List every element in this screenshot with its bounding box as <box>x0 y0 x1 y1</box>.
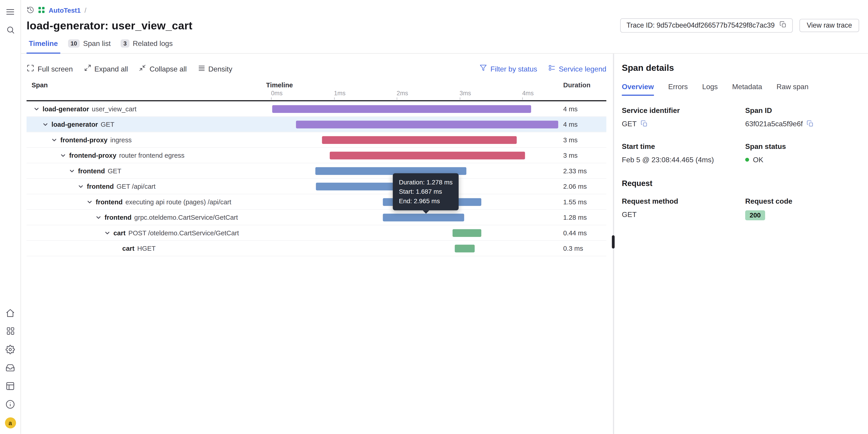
panel-divider <box>613 54 614 434</box>
span-duration-value: 1.55 ms <box>559 198 606 206</box>
field-request-code: Request code 200 <box>745 197 859 221</box>
header-actions: Trace ID: 9d57cbee04df266577b75429f8c7ac… <box>620 18 859 33</box>
span-duration-value: 3 ms <box>559 151 606 159</box>
home-icon[interactable] <box>5 308 15 318</box>
field-service-identifier: Service identifier GET <box>622 106 745 128</box>
info-icon[interactable] <box>5 399 15 409</box>
content-area: Full screen Expand all Collapse all Dens… <box>21 54 868 434</box>
chevron-down-icon[interactable] <box>42 121 49 127</box>
status-code-badge: 200 <box>745 210 765 221</box>
panel-resize-handle[interactable] <box>612 235 615 249</box>
tab-span-list[interactable]: 10 Span list <box>66 39 113 53</box>
apps-icon[interactable] <box>5 326 15 336</box>
history-icon[interactable] <box>27 6 34 16</box>
tab-errors[interactable]: Errors <box>668 82 688 96</box>
span-duration-bar[interactable] <box>330 152 525 159</box>
table-header: Span Timeline 0ms1ms2ms3ms4ms Duration <box>27 80 606 102</box>
view-raw-trace-button[interactable]: View raw trace <box>800 19 859 32</box>
service-legend-button[interactable]: Service legend <box>548 64 606 73</box>
collapse-all-button[interactable]: Collapse all <box>139 64 187 73</box>
tooltip-start: Start: 1.687 ms <box>399 187 453 197</box>
field-request-method: Request method GET <box>622 197 745 221</box>
span-service-name: frontend <box>78 167 105 175</box>
inbox-icon[interactable] <box>5 363 15 372</box>
expand-icon <box>84 64 91 73</box>
span-duration-bar[interactable] <box>455 244 475 252</box>
span-row[interactable]: frontendGET2.33 ms <box>27 163 606 179</box>
request-code-label: Request code <box>745 197 859 205</box>
span-count-badge: 10 <box>68 39 80 48</box>
field-start-time: Start time Feb 5 @ 23:08:44.465 (4ms) <box>622 142 745 164</box>
span-id-value: 63f021a5ca5f9e6f <box>745 119 803 128</box>
span-tooltip: Duration: 1.278 ms Start: 1.687 ms End: … <box>393 173 459 210</box>
chevron-down-icon[interactable] <box>86 198 93 205</box>
span-row[interactable]: load-generatorGET4 ms <box>27 117 606 132</box>
span-row[interactable]: frontend-proxyrouter frontend egress3 ms <box>27 148 606 163</box>
search-icon[interactable] <box>5 25 15 35</box>
copy-icon[interactable] <box>807 120 814 127</box>
collapse-icon <box>139 64 146 73</box>
tab-timeline[interactable]: Timeline <box>27 39 60 53</box>
settings-icon[interactable] <box>5 344 15 354</box>
details-title: Span details <box>622 63 859 73</box>
chevron-down-icon[interactable] <box>104 229 111 236</box>
span-duration-bar[interactable] <box>272 105 531 113</box>
copy-icon[interactable] <box>780 21 787 30</box>
tab-overview[interactable]: Overview <box>622 82 654 96</box>
span-service-name: cart <box>122 244 134 252</box>
menu-icon[interactable] <box>5 6 15 17</box>
start-time-value: Feb 5 @ 23:08:44.465 (4ms) <box>622 155 745 164</box>
breadcrumb-separator: / <box>85 6 86 14</box>
trace-id-chip[interactable]: Trace ID: 9d57cbee04df266577b75429f8c7ac… <box>620 18 793 33</box>
chevron-down-icon[interactable] <box>78 183 84 190</box>
page-title: load-generator: user_view_cart <box>27 19 192 32</box>
fullscreen-icon <box>27 64 34 74</box>
tab-related-logs[interactable]: 3 Related logs <box>119 39 175 53</box>
span-operation-name: POST /oteldemo.CartService/GetCart <box>128 229 239 237</box>
layout-icon[interactable] <box>5 381 15 391</box>
logs-count-badge: 3 <box>121 39 129 48</box>
expand-all-label: Expand all <box>94 64 128 73</box>
page-header: AutoTest1 / load-generator: user_view_ca… <box>21 0 868 54</box>
span-row[interactable]: cartPOST /oteldemo.CartService/GetCart0.… <box>27 225 606 241</box>
span-duration-bar[interactable] <box>296 121 558 128</box>
trace-id-text: Trace ID: 9d57cbee04df266577b75429f8c7ac… <box>626 22 775 29</box>
span-duration-bar[interactable] <box>383 213 464 221</box>
chevron-down-icon[interactable] <box>51 137 57 143</box>
density-button[interactable]: Density <box>198 64 232 73</box>
service-identifier-label: Service identifier <box>622 106 745 115</box>
tab-logs[interactable]: Logs <box>702 82 718 96</box>
copy-icon[interactable] <box>641 120 648 127</box>
request-method-label: Request method <box>622 197 745 205</box>
span-row[interactable]: load-generatoruser_view_cart4 ms <box>27 102 606 117</box>
span-duration-value: 1.28 ms <box>559 213 606 221</box>
span-row[interactable]: cartHGET0.3 ms <box>27 241 606 256</box>
span-row[interactable]: frontendGET /api/cart2.06 ms <box>27 179 606 194</box>
chevron-down-icon[interactable] <box>33 106 40 112</box>
span-operation-name: router frontend egress <box>119 151 185 159</box>
span-row[interactable]: frontendexecuting api route (pages) /api… <box>27 194 606 210</box>
span-duration-bar[interactable] <box>453 229 481 237</box>
avatar[interactable]: a <box>5 417 16 428</box>
breadcrumb-app-link[interactable]: AutoTest1 <box>49 6 81 14</box>
tab-raw-span[interactable]: Raw span <box>777 82 808 96</box>
span-row[interactable]: frontendgrpc.oteldemo.CartService/GetCar… <box>27 210 606 225</box>
span-operation-name: user_view_cart <box>92 105 136 113</box>
span-row[interactable]: frontend-proxyingress3 ms <box>27 133 606 148</box>
tab-metadata[interactable]: Metadata <box>732 82 762 96</box>
span-duration-value: 2.06 ms <box>559 182 606 190</box>
chevron-down-icon[interactable] <box>68 168 75 174</box>
span-id-label: Span ID <box>745 106 859 115</box>
span-duration-value: 0.44 ms <box>559 229 606 237</box>
chevron-down-icon[interactable] <box>95 214 102 221</box>
collapse-all-label: Collapse all <box>150 64 187 73</box>
full-screen-button[interactable]: Full screen <box>27 64 72 74</box>
filter-by-status-button[interactable]: Filter by status <box>480 64 537 73</box>
chevron-down-icon[interactable] <box>60 152 66 158</box>
expand-all-button[interactable]: Expand all <box>84 64 128 73</box>
trace-waterfall: Span Timeline 0ms1ms2ms3ms4ms Duration D… <box>27 80 606 256</box>
span-duration-bar[interactable] <box>322 136 517 144</box>
left-nav-rail: a <box>0 0 21 434</box>
field-span-status: Span status OK <box>745 142 859 164</box>
tooltip-end: End: 2.965 ms <box>399 196 453 206</box>
